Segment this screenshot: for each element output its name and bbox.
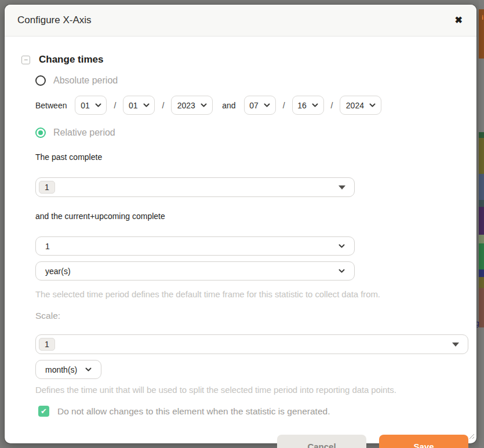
- cancel-button[interactable]: Cancel: [277, 435, 366, 448]
- caret-down-icon: [452, 343, 459, 347]
- end-day-select[interactable]: 16: [292, 96, 324, 115]
- dialog-body: − Change times Absolute period Between 0…: [5, 37, 476, 448]
- lock-element-label: Do not allow changes to this element whe…: [57, 406, 330, 417]
- background-color-strip: [479, 269, 484, 277]
- background-color-strip: [479, 207, 484, 235]
- upcoming-count-select[interactable]: 1: [35, 236, 355, 256]
- caret-down-icon: [339, 185, 345, 190]
- chevron-down-icon: [201, 103, 207, 107]
- chevron-down-icon: [143, 103, 150, 107]
- scale-label: Scale:: [35, 311, 470, 321]
- chevron-down-icon: [95, 103, 101, 107]
- dialog-footer: Cancel Save: [35, 435, 470, 448]
- past-complete-multiselect[interactable]: 1: [35, 177, 355, 197]
- start-month-select[interactable]: 01: [75, 96, 107, 115]
- chevron-down-icon: [339, 269, 345, 273]
- section-heading: Change times: [39, 54, 103, 65]
- start-day-value: 01: [129, 101, 138, 110]
- background-color-strip: [479, 132, 484, 138]
- end-year-value: 2024: [346, 101, 364, 110]
- past-complete-label: The past complete: [35, 152, 470, 162]
- scale-help-text: Defines the time unit that will be used …: [35, 385, 470, 395]
- start-month-value: 01: [81, 101, 90, 110]
- start-year-select[interactable]: 2023: [171, 96, 213, 115]
- background-color-strip: [479, 59, 484, 132]
- absolute-date-range: Between 01 / 01 / 2023 and 07: [35, 96, 470, 115]
- background-page-edge: [479, 0, 484, 448]
- radio-unselected-icon[interactable]: [35, 75, 46, 86]
- background-color-strip: [479, 288, 484, 327]
- selected-value-chip: 1: [39, 181, 55, 194]
- date-separator: /: [330, 101, 334, 110]
- lock-element-checkbox-row[interactable]: ✔ Do not allow changes to this element w…: [38, 406, 470, 417]
- chevron-down-icon: [339, 244, 345, 248]
- end-day-value: 16: [297, 101, 307, 110]
- checkbox-checked-icon[interactable]: ✔: [38, 406, 49, 417]
- chevron-down-icon: [85, 367, 92, 371]
- scale-unit-select[interactable]: month(s): [35, 360, 101, 379]
- save-button[interactable]: Save: [379, 435, 468, 448]
- dialog-title: Configure X-Axis: [17, 14, 92, 26]
- end-year-select[interactable]: 2024: [340, 96, 381, 115]
- period-unit-value: year(s): [45, 267, 71, 276]
- background-color-strip: [479, 174, 484, 200]
- start-day-select[interactable]: 01: [123, 96, 155, 115]
- background-color-strip: [479, 200, 484, 207]
- background-page-glyph: i: [482, 14, 483, 21]
- relative-period-label: Relative period: [53, 128, 115, 138]
- change-times-section-header: − Change times: [21, 54, 470, 65]
- background-color-strip: [479, 327, 484, 448]
- date-separator: /: [161, 101, 165, 110]
- date-separator: /: [112, 101, 117, 110]
- scale-multiselect[interactable]: 1: [35, 334, 468, 354]
- period-help-text: The selected time period defines the def…: [35, 289, 470, 299]
- dialog-header: Configure X-Axis ✖: [5, 5, 476, 37]
- end-month-select[interactable]: 07: [244, 96, 276, 115]
- scale-unit-value: month(s): [45, 365, 77, 374]
- start-year-value: 2023: [177, 101, 195, 110]
- upcoming-count-value: 1: [45, 242, 50, 251]
- background-color-strip: [479, 138, 484, 174]
- chevron-down-icon: [264, 103, 270, 107]
- and-label: and: [222, 101, 235, 110]
- date-separator: /: [282, 101, 286, 110]
- close-icon[interactable]: ✖: [455, 16, 463, 25]
- background-color-strip: [479, 277, 484, 288]
- resize-handle[interactable]: [468, 431, 475, 442]
- background-color-strip: [479, 243, 484, 269]
- end-month-value: 07: [249, 101, 259, 110]
- selected-value-chip: 1: [39, 338, 55, 351]
- absolute-period-label: Absolute period: [53, 75, 118, 86]
- upcoming-complete-label: and the current+upcoming complete: [35, 212, 470, 221]
- chevron-down-icon: [312, 103, 318, 107]
- background-color-strip: [479, 235, 484, 243]
- configure-x-axis-dialog: Configure X-Axis ✖ − Change times Absolu…: [5, 5, 476, 443]
- between-label: Between: [35, 101, 67, 110]
- period-unit-select[interactable]: year(s): [35, 261, 355, 281]
- radio-selected-icon[interactable]: [35, 128, 46, 138]
- background-color-strip: [479, 0, 484, 9]
- collapse-icon[interactable]: −: [21, 56, 30, 64]
- relative-period-radio[interactable]: Relative period: [35, 128, 470, 138]
- chevron-down-icon: [369, 103, 376, 107]
- absolute-period-radio[interactable]: Absolute period: [35, 75, 470, 86]
